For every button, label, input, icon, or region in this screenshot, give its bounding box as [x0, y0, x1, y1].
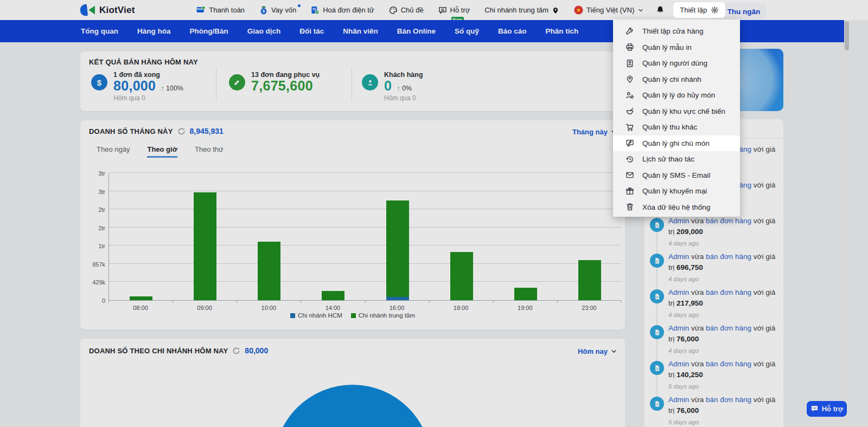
feed-action-link[interactable]: bán đơn hàng [706, 360, 751, 368]
menu-item-quan-ly-ly-do-huy-mon[interactable]: Quản lý lý do hủy món [613, 87, 740, 103]
notification-bell-button[interactable] [656, 5, 665, 15]
page-scrollbar[interactable] [844, 20, 850, 427]
bar-10:00-trung-tam[interactable] [258, 242, 280, 300]
bar-16:00-hcm[interactable] [386, 297, 409, 300]
header-item-thanh-toan[interactable]: Thanh toán [196, 6, 245, 14]
feed-action-link[interactable]: bán đơn hàng [706, 217, 751, 225]
feed-value: 209,000 [676, 228, 703, 236]
header-item-chu-de[interactable]: Chủ đề [389, 6, 424, 15]
nav-item-bao-cao[interactable]: Báo cáo [498, 27, 527, 35]
menu-item-quan-ly-sms-email[interactable]: Quản lý SMS - Email [613, 167, 740, 184]
header-item-label: Chủ đề [401, 6, 424, 14]
x-tick-label: 14:00 [301, 305, 365, 311]
location-icon [552, 6, 559, 15]
nav-item-so-quy[interactable]: Sổ quỹ [455, 27, 479, 35]
tab-2[interactable]: Theo thứ [195, 145, 224, 158]
gridline [109, 263, 621, 264]
y-tick-label: 1tr [80, 243, 105, 249]
header-item-vay-von[interactable]: $Vay vốn [259, 6, 296, 15]
menu-item-quan-ly-khuyen-mai[interactable]: Quản lý khuyến mại [613, 183, 740, 199]
header-item-chi-nhanh[interactable]: Chi nhánh trung tâm [484, 6, 559, 15]
bar-09:00-trung-tam[interactable] [194, 192, 216, 300]
invoice-icon [650, 361, 664, 375]
feed-action-link[interactable]: bán đơn hàng [706, 324, 751, 332]
monthly-revenue-card: DOANH SỐ THÁNG NÀY 8,945,931 Tháng này T… [80, 120, 625, 329]
legend-hcm[interactable]: Chi nhánh HCM [290, 312, 342, 319]
menu-item-label: Lịch sử thao tác [642, 155, 694, 163]
nav-item-phan-tich[interactable]: Phân tích [546, 27, 579, 35]
kiotviet-logo[interactable]: KiotViet [80, 3, 135, 17]
feed-user-link[interactable]: Admin [668, 217, 689, 225]
feed-item-text: Admin vừa bán đơn hàng với giá trị 76,00… [668, 394, 780, 427]
feed-user-link[interactable]: Admin [668, 253, 689, 261]
feed-action-link[interactable]: bán đơn hàng [706, 253, 751, 261]
bar-19:00-trung-tam[interactable] [514, 288, 537, 300]
header-item-hoa-don-dien-tu[interactable]: Hoá đơn điện tử [311, 6, 374, 15]
menu-item-label: Quản lý khuyến mại [642, 187, 707, 195]
stat-change: ↑ 0% [397, 85, 412, 92]
feed-value: 217,950 [676, 299, 703, 307]
nav-item-tong-quan[interactable]: Tổng quan [81, 27, 118, 35]
branch-revenue-card: DOANH SỐ THEO CHI NHÁNH HÔM NAY 80,000 H… [80, 339, 625, 427]
tab-1[interactable]: Theo giờ [147, 145, 177, 158]
feed-action-link[interactable]: bán đơn hàng [706, 288, 751, 296]
tab-0[interactable]: Theo ngày [97, 145, 130, 158]
gridline [109, 172, 621, 173]
refresh-icon[interactable] [177, 127, 186, 135]
invoice-icon [650, 218, 664, 232]
nav-item-giao-dich[interactable]: Giao dịch [247, 27, 281, 35]
x-tick [237, 301, 237, 303]
menu-item-quan-ly-thu-khac[interactable]: Quản lý thu khác [613, 119, 740, 135]
nav-items: Tổng quanHàng hóaPhòng/BànGiao dịchĐối t… [81, 27, 597, 35]
bar-14:00-trung-tam[interactable] [322, 291, 344, 300]
menu-item-xoa-du-lieu-he-thong[interactable]: Xóa dữ liệu hệ thống [613, 199, 740, 216]
support-chat-button[interactable]: Hỗ trợ [807, 401, 847, 417]
nav-item-nhan-vien[interactable]: Nhân viên [343, 27, 378, 35]
stat-label: 1 đơn đã xong [113, 71, 183, 79]
menu-item-label: Quản lý chi nhánh [642, 75, 701, 83]
chevron-down-icon [637, 7, 644, 14]
menu-item-quan-ly-khu-vuc-che-bien[interactable]: Quản lý khu vực chế biến [613, 103, 740, 120]
menu-item-lich-su-thao-tac[interactable]: Lịch sử thao tác [613, 151, 740, 167]
feed-user-link[interactable]: Admin [668, 288, 689, 296]
nav-item-ban-online[interactable]: Bán Online [397, 27, 436, 35]
legend-swatch [351, 313, 356, 318]
bar-16:00-trung-tam[interactable] [386, 200, 409, 297]
bar-08:00-trung-tam[interactable] [130, 296, 152, 300]
scrollbar-thumb[interactable] [845, 21, 849, 50]
refresh-icon[interactable] [232, 347, 240, 355]
vn-flag-icon: ★ [574, 5, 583, 15]
menu-item-quan-ly-nguoi-dung[interactable]: Quản lý người dùng [613, 55, 740, 72]
nav-item-hang-hoa[interactable]: Hàng hóa [137, 27, 171, 35]
kiotviet-dashboard: KiotViet Thanh toán $Vay vốn Hoá đơn điệ… [0, 0, 868, 427]
settings-button[interactable]: Thiết lập [673, 2, 725, 18]
x-tick-label: 18:00 [429, 305, 493, 311]
month-period-selector[interactable]: Tháng này [572, 128, 617, 136]
gridline [109, 209, 621, 209]
legend-trung-tam[interactable]: Chi nhánh trung tâm [351, 312, 415, 319]
feed-time: 5 days ago [668, 381, 780, 392]
menu-item-quan-ly-mau-in[interactable]: Quản lý mẫu in [613, 40, 740, 56]
nav-item-phong-ban[interactable]: Phòng/Bàn [190, 27, 228, 35]
feed-time: 4 days ago [668, 238, 780, 249]
feed-item-text: Admin vừa bán đơn hàng với giá trị 209,0… [668, 216, 780, 249]
day-period-selector[interactable]: Hôm nay [578, 347, 617, 355]
stat-2: Khách hàng 0 ↑ 0% Hôm qua 0 [362, 71, 423, 102]
feed-user-link[interactable]: Admin [668, 396, 689, 404]
header-item-ho-tro[interactable]: Hỗ trợ Beta [438, 6, 470, 15]
menu-item-quan-ly-ghi-chu-mon[interactable]: Quản lý ghi chú món [613, 135, 740, 152]
y-tick-label: 0 [80, 297, 105, 304]
feed-user-link[interactable]: Admin [668, 324, 689, 332]
menu-item-quan-ly-chi-nhanh[interactable]: Quản lý chi nhánh [613, 72, 740, 88]
menu-item-thiet-lap-cua-hang[interactable]: Thiết lập cửa hàng [613, 23, 740, 40]
feed-user-link[interactable]: Admin [668, 360, 689, 368]
stat-change: ↑ 100% [161, 85, 183, 92]
feed-value: 76,000 [676, 406, 699, 415]
nav-item-doi-tac[interactable]: Đối tác [299, 27, 324, 35]
y-tick-label: 3tr [80, 170, 105, 177]
bar-23:00-trung-tam[interactable] [578, 260, 601, 300]
bar-18:00-trung-tam[interactable] [450, 252, 473, 300]
feed-action-link[interactable]: bán đơn hàng [706, 396, 751, 404]
language-selector[interactable]: ★ Tiếng Việt (VN) [574, 5, 644, 15]
history-icon [625, 155, 634, 164]
